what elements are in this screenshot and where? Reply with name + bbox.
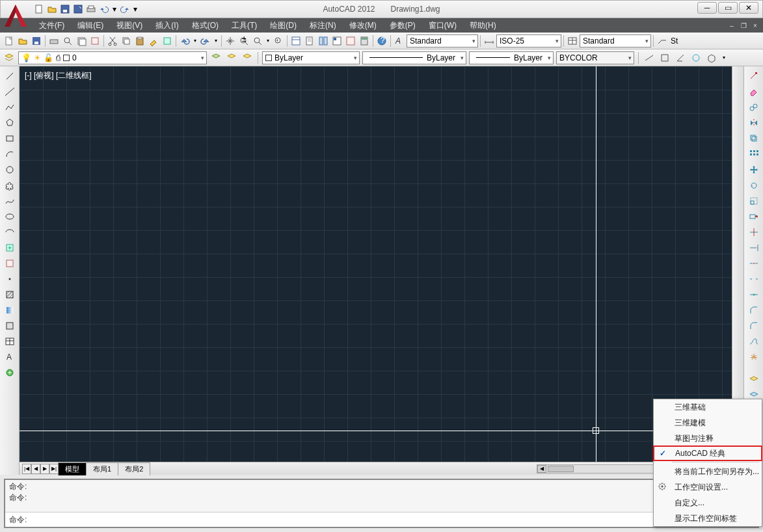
lineweight-combo[interactable]: ByLayer	[469, 51, 554, 64]
table-style-icon[interactable]	[566, 34, 579, 47]
text-style-combo[interactable]: Standard	[407, 34, 478, 47]
measure-dist-icon[interactable]	[643, 51, 656, 64]
app-logo[interactable]	[2, 2, 29, 29]
minimize-button[interactable]: ─	[697, 2, 717, 14]
layer-previous-icon[interactable]	[225, 51, 238, 64]
erase-icon[interactable]	[747, 85, 761, 99]
ctx-save-workspace-as[interactable]: 将当前工作空间另存为...	[654, 464, 762, 479]
stretch-icon[interactable]	[747, 209, 761, 224]
block-editor-icon[interactable]	[161, 34, 174, 47]
scroll-left-icon[interactable]: ◀	[537, 465, 546, 473]
polyline-icon[interactable]	[3, 100, 17, 114]
ellipse-arc-icon[interactable]	[3, 225, 17, 239]
revision-cloud-icon[interactable]	[3, 178, 17, 193]
menu-help[interactable]: 帮助(H)	[463, 18, 503, 33]
menu-edit[interactable]: 编辑(E)	[71, 18, 110, 33]
pan-icon[interactable]	[224, 34, 237, 47]
tab-model[interactable]: 模型	[58, 462, 87, 475]
ellipse-icon[interactable]	[3, 209, 17, 224]
menu-window[interactable]: 窗口(W)	[422, 18, 463, 33]
measure-area-icon[interactable]	[658, 51, 671, 64]
layer-combo[interactable]: 💡 ☀ 🔓 ⎙ 0	[18, 51, 207, 64]
matchprop-icon[interactable]	[147, 34, 160, 47]
zoom-window-icon[interactable]	[251, 34, 264, 47]
publish-icon[interactable]	[75, 34, 88, 47]
tab-first-icon[interactable]: |◀	[22, 464, 31, 474]
scale-icon[interactable]	[747, 194, 761, 208]
line-icon[interactable]	[3, 69, 17, 83]
tab-next-icon[interactable]: ▶	[40, 464, 49, 474]
design-center-icon[interactable]	[330, 34, 343, 47]
qat-redo-icon[interactable]	[119, 3, 131, 15]
zoom-dropdown-icon[interactable]: ▾	[265, 34, 271, 47]
measure-angle-icon[interactable]	[674, 51, 687, 64]
3ddwf-icon[interactable]	[88, 34, 101, 47]
tab-layout1[interactable]: 布局1	[86, 462, 118, 475]
construction-line-icon[interactable]	[3, 85, 17, 99]
layer-make-current-icon[interactable]	[747, 373, 761, 388]
sheet-set-icon[interactable]	[303, 34, 316, 47]
mleader-style-icon[interactable]	[656, 34, 669, 47]
menu-draw[interactable]: 绘图(D)	[263, 18, 303, 33]
measure-dropdown-icon[interactable]: ▾	[721, 51, 727, 64]
save-icon[interactable]	[30, 34, 43, 47]
menu-tools[interactable]: 工具(T)	[225, 18, 263, 33]
maximize-button[interactable]: ▭	[718, 2, 738, 14]
tab-prev-icon[interactable]: ◀	[31, 464, 40, 474]
menu-file[interactable]: 文件(F)	[33, 18, 71, 33]
polygon-icon[interactable]	[3, 116, 17, 130]
offset-icon[interactable]	[747, 131, 761, 146]
redo-dropdown-icon[interactable]: ▾	[213, 34, 219, 47]
measure-radius-icon[interactable]	[689, 51, 703, 64]
fillet-icon[interactable]	[747, 319, 761, 333]
drawing-canvas[interactable]: [-] [俯视] [二维线框]	[20, 66, 732, 462]
rectangle-icon[interactable]	[3, 131, 17, 146]
cut-icon[interactable]	[106, 34, 119, 47]
blend-icon[interactable]	[747, 334, 761, 349]
layer-states-icon[interactable]	[209, 51, 222, 64]
layer-manager-icon[interactable]	[3, 51, 16, 64]
table-icon[interactable]	[3, 334, 17, 349]
menu-view[interactable]: 视图(V)	[110, 18, 149, 33]
preview-icon[interactable]	[61, 34, 74, 47]
help-icon[interactable]: ?	[375, 34, 388, 47]
insert-block-icon[interactable]	[3, 241, 17, 255]
menu-insert[interactable]: 插入(I)	[149, 18, 185, 33]
copy-obj-icon[interactable]	[747, 100, 761, 114]
chamfer-icon[interactable]	[747, 303, 761, 317]
ctx-3d-basics[interactable]: 三维基础	[654, 399, 762, 415]
mdi-close-icon[interactable]: ×	[750, 21, 760, 30]
markup-icon[interactable]	[344, 34, 357, 47]
qat-open-icon[interactable]	[46, 3, 58, 15]
menu-modify[interactable]: 修改(M)	[343, 18, 383, 33]
menu-format[interactable]: 格式(O)	[185, 18, 225, 33]
point-icon[interactable]	[3, 272, 17, 286]
new-icon[interactable]	[3, 34, 16, 47]
menu-parametric[interactable]: 参数(P)	[383, 18, 422, 33]
ctx-workspace-settings[interactable]: 工作空间设置...	[654, 479, 762, 495]
rotate-icon[interactable]	[747, 178, 761, 193]
tab-layout2[interactable]: 布局2	[118, 462, 150, 475]
ctx-drafting-annotation[interactable]: 草图与注释	[654, 431, 762, 446]
spline-icon[interactable]	[3, 194, 17, 208]
tool-palette-icon[interactable]	[317, 34, 330, 47]
plot-icon[interactable]	[47, 34, 60, 47]
join-icon[interactable]	[747, 287, 761, 302]
layer-match-icon[interactable]	[241, 51, 254, 64]
viewport-label[interactable]: [-] [俯视] [二维线框]	[25, 70, 92, 81]
ctx-customize[interactable]: 自定义...	[654, 495, 762, 511]
explode-icon[interactable]	[747, 350, 761, 364]
paste-icon[interactable]	[133, 34, 146, 47]
qat-save-icon[interactable]	[59, 3, 71, 15]
menu-dimension[interactable]: 标注(N)	[303, 18, 343, 33]
mdi-minimize-icon[interactable]: –	[727, 21, 737, 30]
qat-dropdown-icon[interactable]: ▾	[132, 3, 139, 15]
properties-icon[interactable]	[289, 34, 302, 47]
qat-plot-icon[interactable]	[85, 3, 97, 15]
constraint-icon[interactable]	[747, 69, 761, 83]
scroll-thumb[interactable]	[548, 466, 574, 472]
break-at-point-icon[interactable]	[747, 256, 761, 271]
undo-dropdown-icon[interactable]: ▾	[192, 34, 198, 47]
mirror-icon[interactable]	[747, 116, 761, 130]
zoom-realtime-icon[interactable]: ±	[237, 34, 250, 47]
